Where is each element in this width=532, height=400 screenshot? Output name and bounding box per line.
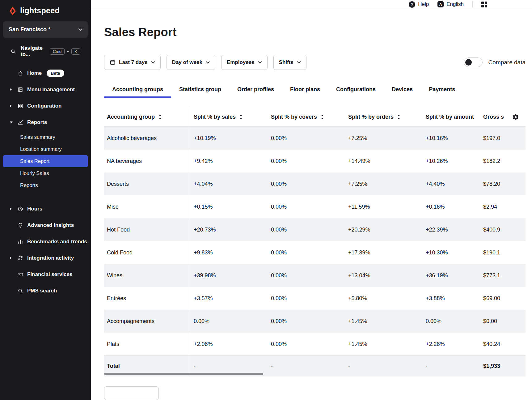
chevron-right-icon [10, 256, 17, 260]
sidebar-item-reports[interactable]: Reports [3, 114, 88, 130]
sort-icon[interactable] [158, 115, 162, 119]
brand-name: lightspeed [20, 6, 60, 15]
toggle-knob [465, 59, 472, 66]
table-row: Alcoholic beverages+10.19%0.00%+7.25%+10… [104, 127, 526, 150]
filter-button-shifts[interactable]: Shifts [273, 55, 306, 70]
table-row: Cold Food+9.83%0.00%+17.39%+10.30%$190.1 [104, 241, 526, 264]
sidebar-item-home[interactable]: Home Beta [3, 65, 88, 81]
sidebar-item-pms-search[interactable]: PMS search [3, 283, 88, 299]
sidebar-item-benchmarks-and-trends[interactable]: Benchmarks and trends [3, 233, 88, 250]
language-button[interactable]: A English [437, 1, 464, 7]
value-cell: 0.00% [190, 310, 268, 333]
value-cell: $78.20 [480, 172, 506, 195]
column-label: Split % by covers [271, 114, 317, 120]
accounting-group-cell: Desserts [104, 172, 190, 195]
sort-icon[interactable] [397, 115, 400, 119]
value-cell: +10.16% [422, 127, 480, 150]
value-cell: 0.00% [268, 218, 345, 241]
help-button[interactable]: ? Help [409, 1, 429, 8]
column-header-split-by-covers[interactable]: Split % by covers [268, 108, 345, 126]
sort-icon[interactable] [321, 115, 324, 119]
column-label: Split % by orders [348, 114, 394, 120]
location-selector[interactable]: San Francisco * [3, 21, 88, 38]
sidebar-item-label: Configuration [27, 103, 61, 109]
table-row: Entrées+3.57%0.00%+5.80%+3.88%$69.00 [104, 287, 526, 310]
accounting-group-cell: Plats [104, 333, 190, 355]
compare-data-toggle[interactable] [464, 57, 483, 67]
language-icon: A [437, 1, 444, 7]
tab-configurations[interactable]: Configurations [328, 82, 384, 98]
compare-data-control: Compare data [464, 57, 526, 67]
value-cell: +0.16% [422, 195, 480, 218]
value-cell: +2.08% [190, 333, 268, 355]
tab-floor-plans[interactable]: Floor plans [282, 82, 328, 98]
pagination-control-partial[interactable] [104, 386, 159, 400]
tab-accounting-groups[interactable]: Accounting groups [104, 82, 171, 98]
column-header-accounting-group[interactable]: Accounting group [104, 108, 190, 126]
value-cell: $2.94 [480, 195, 506, 218]
value-cell: +17.39% [345, 241, 422, 264]
value-cell: $773.1 [480, 264, 506, 287]
sidebar-subitem-reports[interactable]: Reports [3, 179, 88, 191]
sidebar-subitem-sales-summary[interactable]: Sales summary [3, 131, 88, 143]
sidebar-subitem-location-summary[interactable]: Location summary [3, 143, 88, 155]
sidebar-item-configuration[interactable]: Configuration [3, 98, 88, 114]
sidebar-subitem-hourly-sales[interactable]: Hourly Sales [3, 167, 88, 179]
lightbulb-icon [17, 222, 24, 228]
sidebar-item-financial-services[interactable]: Financial services [3, 266, 88, 283]
value-cell: $40.24 [480, 333, 506, 355]
sidebar-item-label: PMS search [27, 288, 57, 294]
value-cell: - [422, 356, 480, 377]
sidebar-subitem-sales-report[interactable]: Sales Report [3, 155, 88, 167]
value-cell: +20.29% [345, 218, 422, 241]
line-chart-icon [17, 119, 24, 126]
report-table-body: Alcoholic beverages+10.19%0.00%+7.25%+10… [104, 127, 526, 377]
sidebar-item-advanced-insights[interactable]: Advanced insights [3, 217, 88, 233]
sort-icon[interactable] [239, 115, 243, 119]
value-cell: +1.45% [345, 333, 422, 355]
sidebar-item-label: Advanced insights [27, 222, 74, 228]
chevron-down-icon [151, 61, 155, 64]
tab-order-profiles[interactable]: Order profiles [229, 82, 282, 98]
tab-payments[interactable]: Payments [421, 82, 463, 98]
main-area: ? Help A English Sales Report Last 7 day… [91, 0, 532, 400]
column-header-split-by-sales[interactable]: Split % by sales [190, 108, 268, 126]
navigate-search[interactable]: Navigate to... Cmd + K [0, 38, 91, 62]
accounting-group-cell: Misc [104, 195, 190, 218]
filter-button-last-7-days[interactable]: Last 7 days [104, 55, 161, 70]
apps-grid-icon[interactable] [481, 2, 487, 7]
tab-statistics-group[interactable]: Statistics group [171, 82, 229, 98]
sidebar-item-label: Hours [27, 206, 42, 212]
sidebar-item-menu-management[interactable]: Menu management [3, 81, 88, 98]
horizontal-scrollbar[interactable] [104, 373, 263, 375]
value-cell: $182.2 [480, 150, 506, 172]
filter-button-day-of-week[interactable]: Day of week [167, 55, 215, 70]
value-cell: 0.00% [268, 310, 345, 333]
keyboard-shortcut: Cmd + K [50, 48, 80, 55]
value-cell: +9.42% [190, 150, 268, 172]
chevron-down-icon [258, 61, 262, 64]
column-header-split-by-orders[interactable]: Split % by orders [345, 108, 422, 126]
sidebar-item-integration-activity[interactable]: Integration activity [3, 250, 88, 266]
search-placeholder: Navigate to... [21, 45, 50, 57]
filter-button-employees[interactable]: Employees [221, 55, 268, 70]
sidebar-item-hours[interactable]: Hours [3, 201, 88, 217]
help-icon: ? [409, 1, 415, 8]
help-label: Help [418, 1, 429, 7]
tab-devices[interactable]: Devices [384, 82, 421, 98]
row-filler-cell [506, 127, 526, 150]
value-cell: $69.00 [480, 287, 506, 310]
row-filler-cell [506, 195, 526, 218]
filter-label: Day of week [172, 59, 202, 66]
accounting-group-cell: Entrées [104, 287, 190, 310]
reports-submenu: Sales summary Location summary Sales Rep… [3, 130, 88, 193]
sidebar: lightspeed San Francisco * Navigate to..… [0, 0, 91, 400]
clock-icon [17, 206, 24, 212]
value-cell: 0.00% [268, 150, 345, 172]
home-icon [17, 70, 24, 76]
value-cell: +14.49% [345, 150, 422, 172]
search-icon [17, 288, 24, 294]
table-row: Misc+0.15%0.00%+11.59%+0.16%$2.94 [104, 195, 526, 218]
column-settings-button[interactable] [506, 108, 526, 126]
value-cell: +10.30% [422, 241, 480, 264]
